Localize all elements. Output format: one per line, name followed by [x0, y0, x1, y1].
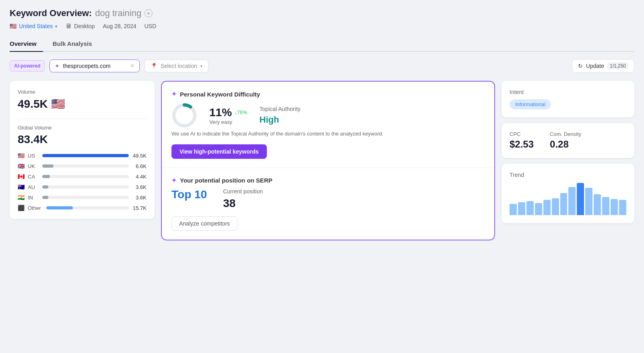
- sparkle-icon: ✦: [55, 63, 60, 69]
- country-val-in: 3.6K: [132, 195, 147, 201]
- currency-item: USD: [144, 23, 157, 29]
- sparkle-serp-icon: ✦: [171, 177, 177, 184]
- list-item: 🇦🇺 AU 3.6K: [18, 184, 147, 190]
- cpc-item: CPC $2.53: [510, 131, 534, 150]
- location-placeholder: Select location: [161, 63, 197, 69]
- trend-bar: [585, 188, 592, 215]
- trend-bar-col: [518, 183, 525, 215]
- bar-fill-ca: [42, 175, 50, 178]
- volume-card: Volume 49.5K 🇺🇸 Global Volume 83.4K 🇺🇸 U…: [10, 81, 155, 219]
- currency-label: USD: [144, 23, 157, 29]
- update-button[interactable]: ↻ Update 1/1,250: [572, 59, 634, 73]
- country-flag-in: 🇮🇳: [18, 194, 25, 201]
- country-val-au: 3.6K: [132, 184, 147, 190]
- global-volume-label: Global Volume: [18, 125, 147, 131]
- trend-bar-col: [585, 183, 592, 215]
- trend-bar: [510, 204, 517, 215]
- bar-track-ca: [42, 175, 129, 178]
- country-val-ca: 4.4K: [132, 174, 147, 180]
- country-val-other: 15.7K: [132, 205, 147, 211]
- intent-card: Intent Informational: [502, 81, 634, 117]
- cpc-label: CPC: [510, 131, 534, 137]
- serp-current-label: Current position: [223, 188, 263, 195]
- cpc-value: $2.53: [510, 139, 534, 150]
- country-code-in: IN: [28, 195, 39, 201]
- chevron-down-icon: ▾: [55, 24, 57, 29]
- pkd-percentage-block: 11% ↓76% Very easy: [209, 106, 248, 125]
- serp-potential-value: Top 10: [171, 188, 207, 201]
- pkd-title: ✦ Personal Keyword Difficulty: [171, 90, 485, 98]
- trend-bar-col: [611, 183, 618, 215]
- trend-label: Trend: [510, 172, 626, 178]
- trend-bar-col: [543, 183, 551, 215]
- trend-bar: [619, 200, 626, 215]
- trend-bar-col: [577, 183, 584, 215]
- country-flag-ca: 🇨🇦: [18, 173, 25, 180]
- intent-badge: Informational: [510, 99, 551, 109]
- sparkle-pkd-icon: ✦: [171, 90, 177, 98]
- trend-bar-col: [552, 183, 559, 215]
- bar-fill-au: [42, 185, 48, 189]
- trend-bar-col: [526, 183, 534, 215]
- cpc-row: CPC $2.53 Com. Density 0.28: [510, 131, 626, 150]
- center-section: ✦ Personal Keyword Difficulty: [161, 81, 495, 240]
- intent-label: Intent: [510, 89, 626, 95]
- title-prefix: Keyword Overview:: [10, 8, 92, 18]
- volume-label: Volume: [18, 89, 147, 95]
- add-keyword-icon[interactable]: +: [144, 9, 153, 17]
- update-count: 1/1,250: [607, 62, 628, 70]
- donut-chart: [171, 103, 197, 128]
- country-name: United States: [19, 23, 53, 29]
- tab-bulk-analysis[interactable]: Bulk Analysis: [53, 36, 99, 52]
- bar-track-au: [42, 185, 129, 189]
- highlighted-card: ✦ Personal Keyword Difficulty: [161, 81, 495, 240]
- list-item: 🇨🇦 CA 4.4K: [18, 173, 147, 180]
- refresh-icon: ↻: [578, 63, 583, 69]
- page-title: Keyword Overview: dog training +: [10, 8, 634, 18]
- trend-bar: [577, 183, 584, 215]
- serp-potential-block: Top 10: [171, 188, 207, 201]
- volume-value: 49.5K 🇺🇸: [18, 97, 147, 111]
- trend-bar: [568, 187, 576, 215]
- analyze-competitors-button[interactable]: Analyze competitors: [171, 216, 237, 231]
- country-code-au: AU: [28, 184, 39, 190]
- update-label: Update: [586, 63, 604, 69]
- density-value: 0.28: [550, 139, 581, 150]
- country-selector[interactable]: 🇺🇸 United States ▾: [10, 23, 57, 29]
- svg-point-0: [174, 105, 195, 126]
- location-selector[interactable]: 📍 Select location ▾: [144, 60, 208, 72]
- domain-input-wrap[interactable]: ✦ ×: [50, 60, 139, 72]
- serp-current-value: 38: [223, 197, 263, 210]
- tab-overview[interactable]: Overview: [10, 36, 43, 52]
- list-item: 🇬🇧 UK 6.6K: [18, 163, 147, 169]
- list-item: 🇺🇸 US 49.5K: [18, 152, 147, 159]
- trend-bar-col: [535, 183, 542, 215]
- pkd-difficulty-label: Very easy: [209, 119, 248, 125]
- location-chevron-icon: ▾: [200, 64, 202, 68]
- country-flag: 🇺🇸: [10, 23, 17, 29]
- main-grid: Volume 49.5K 🇺🇸 Global Volume 83.4K 🇺🇸 U…: [10, 81, 634, 240]
- trend-bar: [602, 197, 609, 215]
- trend-bar-col: [619, 183, 626, 215]
- keyword-text: dog training: [95, 8, 141, 18]
- country-code-other: Other: [28, 205, 43, 211]
- trend-bar: [594, 194, 601, 215]
- trend-bar: [518, 202, 525, 215]
- country-code-ca: CA: [28, 174, 39, 180]
- serp-current-block: Current position 38: [223, 188, 263, 210]
- bar-track-us: [42, 154, 129, 157]
- trend-bar: [560, 193, 568, 215]
- domain-input[interactable]: [63, 63, 127, 69]
- bar-fill-us: [42, 154, 129, 157]
- tab-bar: Overview Bulk Analysis: [10, 36, 634, 52]
- country-flag-us: 🇺🇸: [18, 152, 25, 159]
- country-code-uk: UK: [28, 163, 39, 169]
- close-icon[interactable]: ×: [130, 62, 134, 70]
- pkd-percentage: 11% ↓76%: [209, 106, 248, 119]
- view-keywords-button[interactable]: View high-potential keywords: [171, 144, 267, 159]
- device-item: 🖥 Desktop: [65, 23, 95, 30]
- bar-track-uk: [42, 164, 129, 168]
- trend-bar-col: [594, 183, 601, 215]
- pkd-metrics: 11% ↓76% Very easy Topical Authority Hig…: [171, 103, 485, 128]
- trend-bar: [543, 200, 551, 215]
